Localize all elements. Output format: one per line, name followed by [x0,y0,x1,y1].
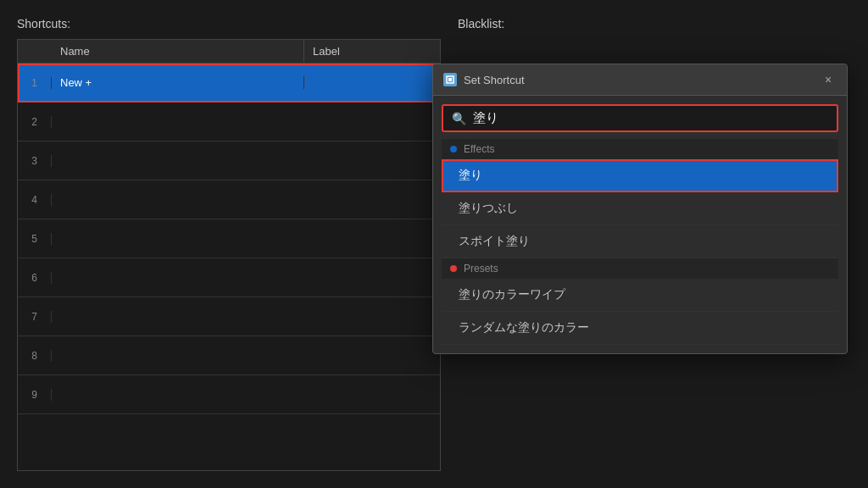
search-box: 🔍 [442,104,838,132]
result-item[interactable]: 塗りつぶし [442,192,838,225]
dialog-body: 🔍 Effects 塗り 塗りつぶし スポイト塗り Presets 塗りのカラー… [433,96,847,353]
table-row[interactable]: 2 [18,103,440,141]
table-row[interactable]: 8 [18,336,440,375]
table-row[interactable]: 5 [18,219,440,258]
row-number: 5 [18,233,52,245]
effects-label: Effects [464,143,494,155]
dialog-titlebar: Set Shortcut × [433,64,847,96]
row-name-value: New + [52,76,304,89]
shortcuts-panel: Shortcuts: Name Label 1 New + 2 3 [17,17,441,471]
row-number: 4 [18,194,52,206]
row-number: 2 [18,116,52,128]
result-item[interactable]: スポイト塗り [442,225,838,258]
dialog-close-button[interactable]: × [820,71,837,88]
search-icon: 🔍 [452,112,466,125]
results-list: Effects 塗り 塗りつぶし スポイト塗り Presets 塗りのカラーワイ… [442,139,838,345]
table-row[interactable]: 1 New + [18,64,440,103]
row-number: 9 [18,389,52,401]
row-number: 1 [18,77,52,89]
table-row[interactable]: 6 [18,258,440,297]
effects-dot [450,146,457,152]
dialog-title: Set Shortcut [464,74,820,86]
shortcuts-title: Shortcuts: [17,17,441,30]
result-item[interactable]: 塗りのカラーワイプ [442,279,838,312]
table-row[interactable]: 3 [18,141,440,180]
col-name-header: Name [52,40,304,63]
table-row[interactable]: 4 [18,180,440,219]
set-shortcut-dialog: Set Shortcut × 🔍 Effects 塗り 塗りつぶし スポイト塗り [432,64,848,354]
table-row[interactable]: 7 [18,297,440,336]
presets-dot [450,265,457,272]
row-number: 8 [18,350,52,362]
shortcuts-table: Name Label 1 New + 2 3 4 [17,39,441,471]
row-number: 7 [18,311,52,323]
row-number: 6 [18,272,52,284]
category-presets-header: Presets [442,258,838,279]
col-label-header: Label [304,40,440,63]
presets-label: Presets [464,263,498,274]
search-input[interactable] [473,111,828,125]
dialog-icon [443,73,457,86]
col-num-header [18,40,52,63]
result-item[interactable]: 塗り [442,159,838,192]
table-header: Name Label [18,40,440,64]
row-number: 3 [18,155,52,167]
category-effects-header: Effects [442,139,838,159]
table-row[interactable]: 9 [18,375,440,414]
svg-rect-1 [448,78,452,81]
blacklist-title: Blacklist: [458,17,851,30]
result-item[interactable]: ランダムな塗りのカラー [442,312,838,345]
